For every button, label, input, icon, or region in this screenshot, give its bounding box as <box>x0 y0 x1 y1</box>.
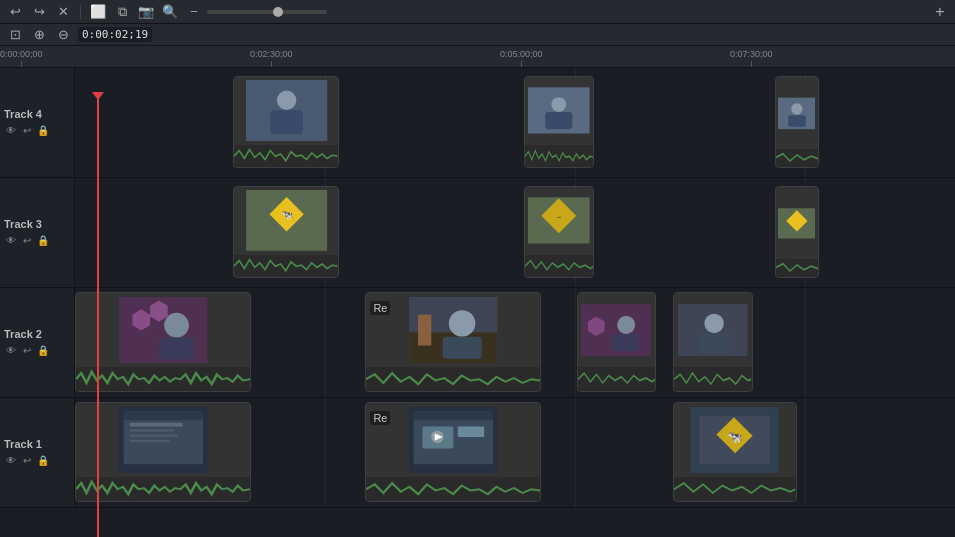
zoom-slider[interactable] <box>207 10 327 14</box>
close-button[interactable]: ✕ <box>54 3 72 21</box>
clip-t2c2[interactable]: Re <box>365 292 541 392</box>
track1-link[interactable]: ↩ <box>20 454 34 468</box>
expand-button[interactable]: ⊕ <box>30 26 48 44</box>
track-row-2: Track 2 👁 ↩ 🔒 <box>0 288 955 398</box>
track2-content: Re <box>75 288 955 397</box>
cut-button[interactable]: ⬜ <box>89 3 107 21</box>
track1-controls: 👁 ↩ 🔒 <box>4 454 50 468</box>
grid-line <box>325 398 326 507</box>
ruler-mark-0: 0:00:00;00 <box>0 49 43 59</box>
track4-eye[interactable]: 👁 <box>4 124 18 138</box>
zoom-control: − <box>185 3 327 21</box>
clip-t2c2-label: Re <box>370 301 390 315</box>
svg-rect-44 <box>414 411 493 420</box>
grid-line <box>325 288 326 397</box>
clip-t4c1[interactable] <box>233 76 339 168</box>
copy-button[interactable]: ⧉ <box>113 3 131 21</box>
svg-point-30 <box>618 316 636 334</box>
svg-rect-31 <box>612 334 638 351</box>
camera-button[interactable]: 📷 <box>137 3 155 21</box>
grid-line <box>575 398 576 507</box>
track1-lock[interactable]: 🔒 <box>36 454 50 468</box>
svg-rect-39 <box>129 429 173 432</box>
track1-name: Track 1 <box>4 438 42 450</box>
svg-rect-3 <box>270 110 302 134</box>
grid-line <box>575 288 576 397</box>
svg-text:→: → <box>556 213 563 220</box>
timeline-area: 0:00:00;00 0:02:30;00 0:05:00;00 0:07:30… <box>0 46 955 537</box>
track3-content: 🐄 <box>75 178 955 287</box>
add-button[interactable]: + <box>931 3 949 21</box>
track4-name: Track 4 <box>4 108 42 120</box>
ruler-mark-1: 0:02:30;00 <box>250 49 293 59</box>
svg-rect-40 <box>129 434 178 437</box>
track4-link[interactable]: ↩ <box>20 124 34 138</box>
tracks-container: Track 4 👁 ↩ 🔒 <box>0 68 955 537</box>
clip-t2c3[interactable] <box>577 292 656 392</box>
toolbar: ↩ ↪ ✕ ⬜ ⧉ 📷 🔍 − + <box>0 0 955 24</box>
track3-eye[interactable]: 👁 <box>4 234 18 248</box>
track2-eye[interactable]: 👁 <box>4 344 18 358</box>
track-label-1: Track 1 👁 ↩ 🔒 <box>0 398 75 507</box>
track-row-3: Track 3 👁 ↩ 🔒 <box>0 178 955 288</box>
grid-line <box>805 398 806 507</box>
separator1 <box>80 5 81 19</box>
main-area: 0:00:00;00 0:02:30;00 0:05:00;00 0:07:30… <box>0 46 955 537</box>
zoom-thumb <box>273 7 283 17</box>
search-button[interactable]: 🔍 <box>161 3 179 21</box>
svg-text:🐄: 🐄 <box>280 209 293 222</box>
grid-line <box>805 288 806 397</box>
clip-t1c2[interactable]: Re <box>365 402 541 502</box>
track-row-1: Track 1 👁 ↩ 🔒 <box>0 398 955 508</box>
svg-rect-25 <box>418 314 431 345</box>
track-label-3: Track 3 👁 ↩ 🔒 <box>0 178 75 287</box>
svg-rect-6 <box>545 112 572 129</box>
track3-name: Track 3 <box>4 218 42 230</box>
collapse-button[interactable]: ⊖ <box>54 26 72 44</box>
svg-point-8 <box>791 103 802 114</box>
redo-button[interactable]: ↪ <box>30 3 48 21</box>
svg-point-21 <box>164 313 189 338</box>
clip-t1c2-label: Re <box>370 411 390 425</box>
svg-rect-34 <box>699 333 730 352</box>
track2-link[interactable]: ↩ <box>20 344 34 358</box>
track1-content: Re <box>75 398 955 507</box>
svg-rect-48 <box>458 426 484 437</box>
track3-controls: 👁 ↩ 🔒 <box>4 234 50 248</box>
track4-controls: 👁 ↩ 🔒 <box>4 124 50 138</box>
zoom-minus-icon[interactable]: − <box>185 3 203 21</box>
ruler-mark-3: 0:07:30;00 <box>730 49 773 59</box>
clip-waveform <box>525 145 593 168</box>
clip-t4c2[interactable] <box>524 76 594 168</box>
svg-rect-37 <box>123 411 202 420</box>
track-label-4: Track 4 👁 ↩ 🔒 <box>0 68 75 177</box>
clip-waveform <box>234 145 338 168</box>
track4-lock[interactable]: 🔒 <box>36 124 50 138</box>
undo-button[interactable]: ↩ <box>6 3 24 21</box>
svg-point-2 <box>276 91 295 110</box>
clip-t1c3[interactable]: 🐄 <box>673 402 796 502</box>
svg-point-26 <box>449 310 475 336</box>
ruler-mark-2: 0:05:00;00 <box>500 49 543 59</box>
clip-t2c4[interactable] <box>673 292 752 392</box>
track-label-2: Track 2 👁 ↩ 🔒 <box>0 288 75 397</box>
track-row-4: Track 4 👁 ↩ 🔒 <box>0 68 955 178</box>
toolbar2: ⊡ ⊕ ⊖ 0:00:02;19 <box>0 24 955 46</box>
track2-lock[interactable]: 🔒 <box>36 344 50 358</box>
track2-name: Track 2 <box>4 328 42 340</box>
clip-t3c1[interactable]: 🐄 <box>233 186 339 278</box>
svg-point-33 <box>705 313 724 332</box>
track3-lock[interactable]: 🔒 <box>36 234 50 248</box>
clip-t2c1[interactable] <box>75 292 251 392</box>
clip-t3c3[interactable] <box>775 186 819 278</box>
track1-eye[interactable]: 👁 <box>4 454 18 468</box>
svg-text:🐄: 🐄 <box>727 428 743 444</box>
track2-controls: 👁 ↩ 🔒 <box>4 344 50 358</box>
timecode-display: 0:00:02;19 <box>78 27 152 42</box>
clip-t4c3[interactable] <box>775 76 819 168</box>
svg-rect-22 <box>159 337 194 359</box>
track3-link[interactable]: ↩ <box>20 234 34 248</box>
clip-t3c2[interactable]: → <box>524 186 594 278</box>
clip-t1c1[interactable] <box>75 402 251 502</box>
fit-button[interactable]: ⊡ <box>6 26 24 44</box>
